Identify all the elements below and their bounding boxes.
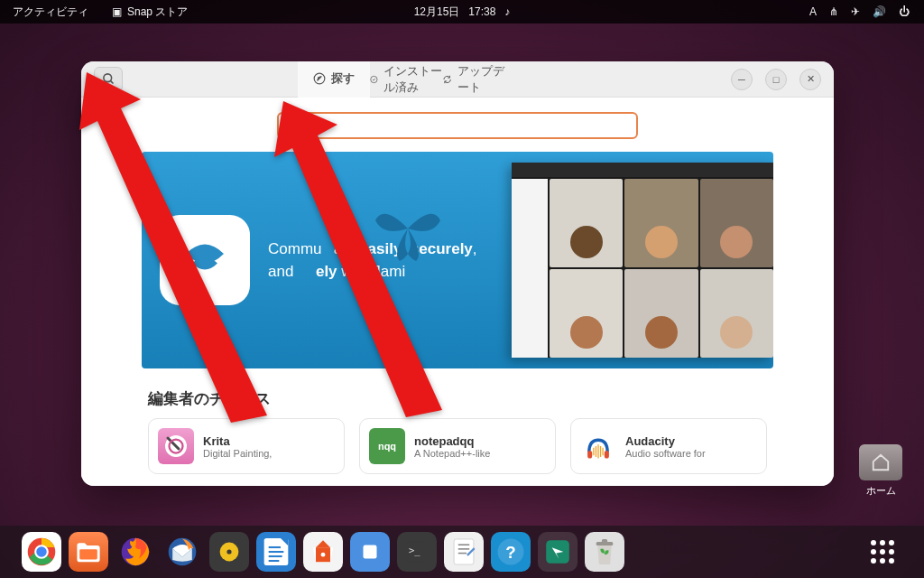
app-card-row: Krita Digital Painting, nqq notepadqq A …: [103, 418, 812, 474]
search-icon: [102, 72, 116, 86]
dock-libreoffice-writer[interactable]: [256, 532, 296, 572]
active-app-indicator[interactable]: ▣ Snap ストア: [112, 5, 188, 20]
svg-rect-20: [79, 549, 97, 559]
compass-icon: [313, 72, 326, 85]
svg-rect-44: [602, 539, 607, 543]
search-icon: [286, 117, 298, 134]
activities-button[interactable]: アクティビティ: [13, 5, 88, 20]
window-body: Communiate easily, securely, and freely …: [81, 98, 834, 486]
top-bar: アクティビティ ▣ Snap ストア 12月15日 17:38 ♪ A ⋔ ✈ …: [0, 0, 924, 23]
dock-thunderbird[interactable]: [162, 532, 202, 572]
notification-bell-icon: ♪: [504, 5, 510, 18]
tab-explore[interactable]: 探す: [298, 61, 370, 98]
gift-bow-icon: [367, 188, 448, 269]
check-circle-icon: [370, 73, 378, 86]
svg-point-5: [288, 120, 295, 127]
search-toggle-button[interactable]: [94, 67, 123, 92]
svg-point-4: [371, 76, 377, 82]
svg-rect-10: [605, 451, 609, 459]
svg-rect-9: [587, 451, 592, 459]
svg-marker-3: [318, 77, 322, 81]
svg-text:>_: >_: [409, 545, 420, 556]
svg-point-31: [321, 553, 326, 557]
svg-line-6: [293, 126, 296, 128]
volume-icon: 🔊: [873, 5, 886, 18]
dock: >_ ?: [0, 526, 924, 578]
dock-firefox[interactable]: [116, 532, 155, 572]
airplane-icon: ✈: [851, 5, 860, 18]
svg-point-0: [103, 74, 111, 82]
status-menu[interactable]: A ⋔ ✈ 🔊 ⏻: [809, 5, 924, 18]
jami-logo-icon: [160, 215, 250, 305]
desktop-home-folder[interactable]: ホーム: [854, 444, 908, 498]
banner-screenshot: [512, 163, 773, 358]
notepadqq-icon: nqq: [369, 428, 405, 464]
network-icon: ⋔: [829, 5, 838, 18]
power-icon: ⏻: [899, 5, 910, 18]
tab-installed[interactable]: インストール済み: [370, 61, 442, 97]
minimize-button[interactable]: ─: [731, 69, 753, 90]
svg-rect-33: [364, 545, 377, 559]
dock-files[interactable]: [69, 532, 108, 572]
snap-store-window: 探す インストール済み アップデート ─ □ ✕: [81, 61, 834, 486]
window-header: 探す インストール済み アップデート ─ □ ✕: [81, 61, 834, 98]
close-button[interactable]: ✕: [799, 69, 821, 90]
krita-icon: [158, 428, 194, 464]
dock-ubuntu-software[interactable]: [303, 532, 343, 572]
section-title-editors-choice: 編集者のチョイス: [148, 388, 812, 409]
dock-app-blue[interactable]: [350, 532, 390, 572]
search-field[interactable]: [277, 112, 638, 139]
maximize-button[interactable]: □: [765, 69, 787, 90]
app-card-notepadqq[interactable]: nqq notepadqq A Notepad++-like: [359, 418, 556, 474]
home-folder-icon: [859, 444, 902, 480]
dock-terminal[interactable]: >_: [397, 532, 437, 572]
dock-help[interactable]: ?: [491, 532, 531, 572]
app-card-krita[interactable]: Krita Digital Painting,: [148, 418, 345, 474]
apps-grid-icon: [871, 540, 894, 564]
dock-rhythmbox[interactable]: [209, 532, 249, 572]
audacity-icon: [580, 428, 616, 464]
input-source-indicator[interactable]: A: [809, 5, 817, 18]
dock-text-editor[interactable]: [444, 532, 484, 572]
dock-trash[interactable]: [585, 532, 624, 572]
featured-banner[interactable]: Communiate easily, securely, and freely …: [142, 152, 773, 368]
svg-text:?: ?: [505, 543, 515, 562]
show-applications-button[interactable]: [863, 532, 902, 572]
search-input[interactable]: [304, 119, 629, 133]
svg-line-1: [110, 80, 113, 83]
dock-snap-store[interactable]: [538, 532, 578, 572]
snap-store-top-icon: ▣: [112, 5, 122, 18]
app-card-audacity[interactable]: Audacity Audio software for: [570, 418, 767, 474]
dock-chrome[interactable]: [22, 532, 61, 572]
tab-updates[interactable]: アップデート: [442, 61, 514, 97]
refresh-icon: [442, 73, 452, 86]
svg-point-24: [226, 549, 231, 554]
clock-area[interactable]: 12月15日 17:38 ♪: [414, 5, 511, 20]
